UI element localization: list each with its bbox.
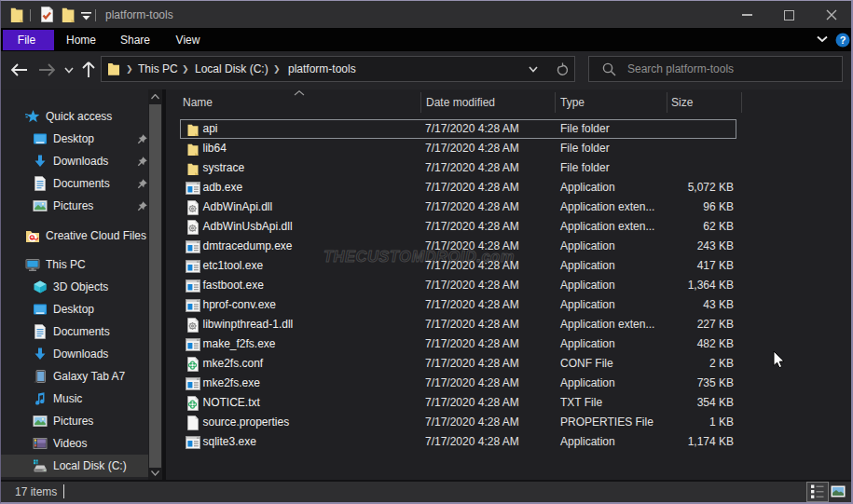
svg-text:?: ? <box>840 34 846 46</box>
